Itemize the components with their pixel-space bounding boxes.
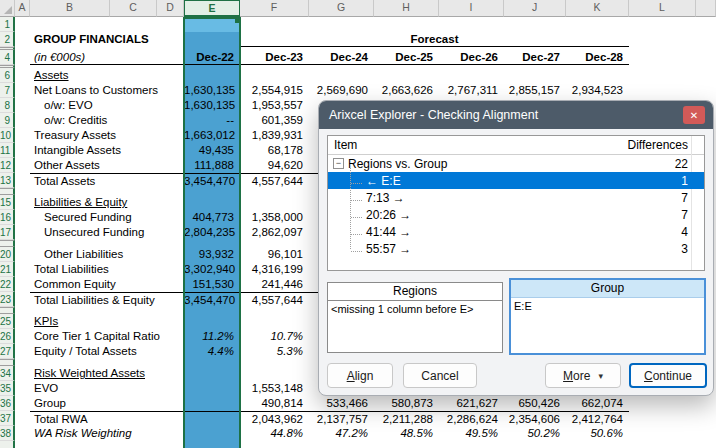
- cell-J6[interactable]: [504, 68, 566, 83]
- cell-H6[interactable]: [374, 68, 439, 83]
- cell-A9[interactable]: [15, 113, 30, 128]
- row-header-7[interactable]: 7: [0, 83, 15, 98]
- tree-item-0[interactable]: ← E:E1: [328, 172, 704, 189]
- cell-F36[interactable]: 490,814: [240, 396, 309, 411]
- cell-K38[interactable]: 50.6%: [566, 426, 629, 441]
- cell-A12[interactable]: [15, 158, 30, 173]
- cell-B9[interactable]: o/w: Creditis: [30, 113, 184, 128]
- cell-B16[interactable]: Secured Funding: [30, 210, 184, 225]
- cell-F34[interactable]: [240, 366, 309, 381]
- cell-K7[interactable]: 2,934,523: [566, 83, 629, 98]
- cell-K6[interactable]: [566, 68, 629, 83]
- row-header-13[interactable]: 13: [0, 173, 15, 188]
- row-header-23[interactable]: 23: [0, 292, 15, 307]
- cell-B11[interactable]: Intangible Assets: [30, 143, 184, 158]
- cell-B6[interactable]: Assets: [30, 68, 184, 83]
- cell-L1[interactable]: [629, 17, 696, 32]
- column-header-C[interactable]: C: [110, 0, 157, 17]
- cell-B8[interactable]: o/w: EVO: [30, 98, 184, 113]
- cell-B25[interactable]: KPIs: [30, 314, 184, 329]
- cell-E7[interactable]: 1,630,135: [184, 83, 240, 98]
- cell-B15[interactable]: Liabilities & Equity: [30, 195, 184, 210]
- row-header-27[interactable]: 27: [0, 344, 15, 359]
- cell-G38[interactable]: 47.2%: [309, 426, 374, 441]
- cell-E1[interactable]: [184, 17, 240, 32]
- cell-E9[interactable]: --: [184, 113, 240, 128]
- cell-F7[interactable]: 2,554,915: [240, 83, 309, 98]
- cell-L38[interactable]: [629, 426, 696, 441]
- cell-F26[interactable]: 10.7%: [240, 329, 309, 344]
- cell-E36[interactable]: [184, 396, 240, 411]
- row-header-26[interactable]: 26: [0, 329, 15, 344]
- cell-A35[interactable]: [15, 381, 30, 396]
- cell-B7[interactable]: Net Loans to Customers: [30, 83, 184, 98]
- cell-E35[interactable]: [184, 381, 240, 396]
- regions-panel-content[interactable]: <missing 1 column before E>: [328, 301, 502, 317]
- cell-F23[interactable]: 4,557,644: [240, 292, 309, 307]
- cell-B36[interactable]: Group: [30, 396, 184, 411]
- cell-A17[interactable]: [15, 225, 30, 240]
- cell-E22[interactable]: 151,530: [184, 277, 240, 292]
- cell-A23[interactable]: [15, 292, 30, 307]
- cell-F38[interactable]: 44.8%: [240, 426, 309, 441]
- row-header-25[interactable]: 25: [0, 314, 15, 329]
- row-header-36[interactable]: 36: [0, 396, 15, 411]
- row-header-21[interactable]: 21: [0, 262, 15, 277]
- cell-J1[interactable]: [504, 17, 566, 32]
- cell-A15[interactable]: [15, 195, 30, 210]
- cell-I38[interactable]: 49.5%: [439, 426, 504, 441]
- column-header-G[interactable]: G: [309, 0, 374, 17]
- cell-E16[interactable]: 404,773: [184, 210, 240, 225]
- cell-B22[interactable]: Common Equity: [30, 277, 184, 292]
- cell-G37[interactable]: 2,137,757: [309, 411, 374, 426]
- column-header-edge[interactable]: [696, 0, 716, 17]
- row-header-1[interactable]: 1: [0, 17, 15, 32]
- cell-A6[interactable]: [15, 68, 30, 83]
- cell-E4[interactable]: Dec-22: [184, 50, 240, 65]
- cell-E20[interactable]: 93,932: [184, 247, 240, 262]
- tree-item-root[interactable]: − Regions vs. Group 22: [328, 155, 704, 172]
- tree-item-4[interactable]: 55:57 →3: [328, 240, 704, 257]
- cell-J4[interactable]: Dec-27: [504, 50, 566, 65]
- cell-A2[interactable]: [15, 32, 30, 47]
- cell-J36[interactable]: 650,426: [504, 396, 566, 411]
- cell-E37[interactable]: [184, 411, 240, 426]
- cell-F17[interactable]: 2,862,097: [240, 225, 309, 240]
- row-header-10[interactable]: 10: [0, 128, 15, 143]
- cell-E8[interactable]: 1,630,135: [184, 98, 240, 113]
- cell-B20[interactable]: Other Liabilities: [30, 247, 184, 262]
- cell-G7[interactable]: 2,569,690: [309, 83, 374, 98]
- cell-E13[interactable]: 3,454,470: [184, 173, 240, 188]
- column-header-E[interactable]: E: [184, 0, 240, 17]
- cell-B35[interactable]: EVO: [30, 381, 184, 396]
- cell-F11[interactable]: 68,178: [240, 143, 309, 158]
- cell-H4[interactable]: Dec-25: [374, 50, 439, 65]
- cell-A34[interactable]: [15, 366, 30, 381]
- cell-J37[interactable]: 2,354,606: [504, 411, 566, 426]
- align-button[interactable]: Align: [327, 363, 393, 388]
- cell-L6[interactable]: [629, 68, 696, 83]
- cell-F10[interactable]: 1,839,931: [240, 128, 309, 143]
- row-header-15[interactable]: 15: [0, 195, 15, 210]
- cell-L4[interactable]: [629, 50, 696, 65]
- cell-B37[interactable]: Total RWA: [30, 411, 184, 426]
- cell-F13[interactable]: 4,557,644: [240, 173, 309, 188]
- cell-E11[interactable]: 49,435: [184, 143, 240, 158]
- cell-K36[interactable]: 662,074: [566, 396, 629, 411]
- cell-G4[interactable]: Dec-24: [309, 50, 374, 65]
- cell-F21[interactable]: 4,316,199: [240, 262, 309, 277]
- cell-E23[interactable]: 3,454,470: [184, 292, 240, 307]
- cell-B21[interactable]: Total Liabilities: [30, 262, 184, 277]
- cell-E21[interactable]: 3,302,940: [184, 262, 240, 277]
- cell-B26[interactable]: Core Tier 1 Capital Ratio: [30, 329, 184, 344]
- cell-B13[interactable]: Total Assets: [30, 173, 184, 188]
- row-header-17[interactable]: 17: [0, 225, 15, 240]
- cell-K37[interactable]: 2,412,764: [566, 411, 629, 426]
- cell-H38[interactable]: 48.5%: [374, 426, 439, 441]
- cell-E27[interactable]: 4.4%: [184, 344, 240, 359]
- column-header-H[interactable]: H: [374, 0, 439, 17]
- cell-F20[interactable]: 96,101: [240, 247, 309, 262]
- cell-A38[interactable]: [15, 426, 30, 441]
- cell-K1[interactable]: [566, 17, 629, 32]
- cell-G6[interactable]: [309, 68, 374, 83]
